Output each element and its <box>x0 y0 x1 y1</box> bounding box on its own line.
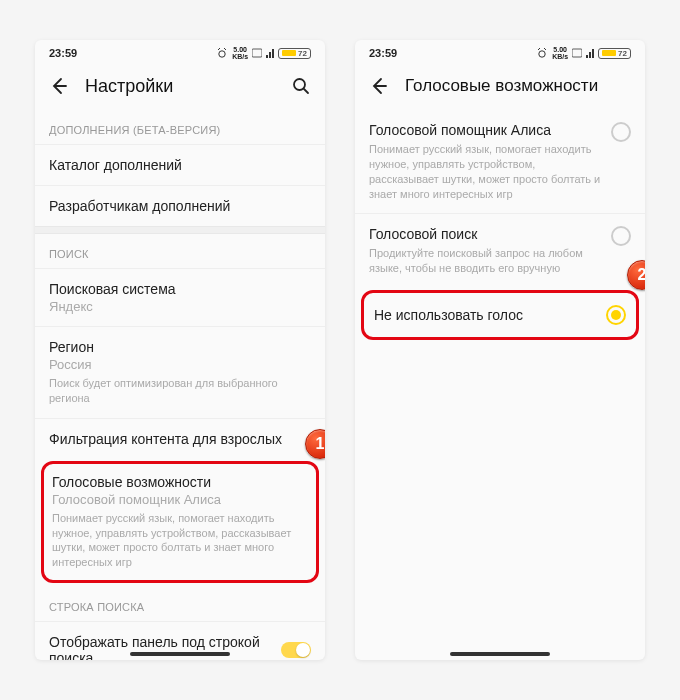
phone-right: 23:59 5.00KB/s 72 Голосовые возможности … <box>355 40 645 660</box>
section-search: ПОИСК <box>35 234 325 268</box>
page-title: Настройки <box>85 76 275 97</box>
divider <box>35 226 325 234</box>
row-dev[interactable]: Разработчикам дополнений <box>35 185 325 226</box>
svg-point-0 <box>219 51 225 57</box>
nav-pill[interactable] <box>130 652 230 656</box>
arrow-left-icon <box>49 76 69 96</box>
status-bar: 23:59 5.00KB/s 72 <box>35 40 325 66</box>
app-header: Настройки <box>35 66 325 110</box>
svg-point-2 <box>294 79 305 90</box>
svg-rect-1 <box>252 49 262 57</box>
radio-unselected[interactable] <box>611 226 631 246</box>
option-alice[interactable]: Голосовой помощник Алиса Понимает русски… <box>355 110 645 213</box>
toggle-switch[interactable] <box>281 642 311 658</box>
voice-desc: Понимает русский язык, помогает находить… <box>52 511 308 570</box>
arrow-left-icon <box>369 76 389 96</box>
net-speed: 5.00KB/s <box>232 46 248 60</box>
volte-icon <box>572 48 582 58</box>
callout-badge-1: 1 <box>305 429 325 459</box>
voice-title: Голосовые возможности <box>52 474 308 490</box>
settings-list: ДОПОЛНЕНИЯ (БЕТА-ВЕРСИЯ) Каталог дополне… <box>35 110 325 660</box>
section-searchbar: СТРОКА ПОИСКА <box>35 587 325 621</box>
voice-sub: Голосовой помощник Алиса <box>52 492 308 507</box>
section-addons: ДОПОЛНЕНИЯ (БЕТА-ВЕРСИЯ) <box>35 110 325 144</box>
row-engine[interactable]: Поисковая система Яндекс <box>35 268 325 326</box>
status-bar: 23:59 5.00KB/s 72 <box>355 40 645 66</box>
row-filter[interactable]: Фильтрация контента для взрослых <box>35 418 325 459</box>
status-time: 23:59 <box>49 47 77 59</box>
alarm-icon <box>536 48 548 58</box>
option-voice-search[interactable]: Голосовой поиск Продиктуйте поисковый за… <box>355 213 645 288</box>
voice-options: Голосовой помощник Алиса Понимает русски… <box>355 110 645 660</box>
status-indicators: 5.00KB/s 72 <box>216 46 311 60</box>
back-button[interactable] <box>47 74 71 98</box>
signal-icon <box>586 48 594 58</box>
radio-unselected[interactable] <box>611 122 631 142</box>
row-region[interactable]: Регион Россия Поиск будет оптимизирован … <box>35 326 325 418</box>
search-icon <box>291 76 311 96</box>
nav-pill[interactable] <box>450 652 550 656</box>
status-indicators: 5.00KB/s 72 <box>536 46 631 60</box>
svg-point-3 <box>539 51 545 57</box>
battery-icon: 72 <box>278 48 311 59</box>
app-header: Голосовые возможности <box>355 66 645 110</box>
volte-icon <box>252 48 262 58</box>
radio-selected[interactable] <box>606 305 626 325</box>
battery-icon: 72 <box>598 48 631 59</box>
row-catalog[interactable]: Каталог дополнений <box>35 144 325 185</box>
back-button[interactable] <box>367 74 391 98</box>
page-title: Голосовые возможности <box>405 76 633 96</box>
phone-left: 23:59 5.00KB/s 72 Настройки ДОПОЛНЕНИЯ (… <box>35 40 325 660</box>
alarm-icon <box>216 48 228 58</box>
row-voice-capabilities[interactable]: Голосовые возможности Голосовой помощник… <box>41 461 319 583</box>
net-speed: 5.00KB/s <box>552 46 568 60</box>
search-button[interactable] <box>289 74 313 98</box>
status-time: 23:59 <box>369 47 397 59</box>
signal-icon <box>266 48 274 58</box>
option-no-voice[interactable]: Не использовать голос <box>361 290 639 340</box>
svg-rect-4 <box>572 49 582 57</box>
